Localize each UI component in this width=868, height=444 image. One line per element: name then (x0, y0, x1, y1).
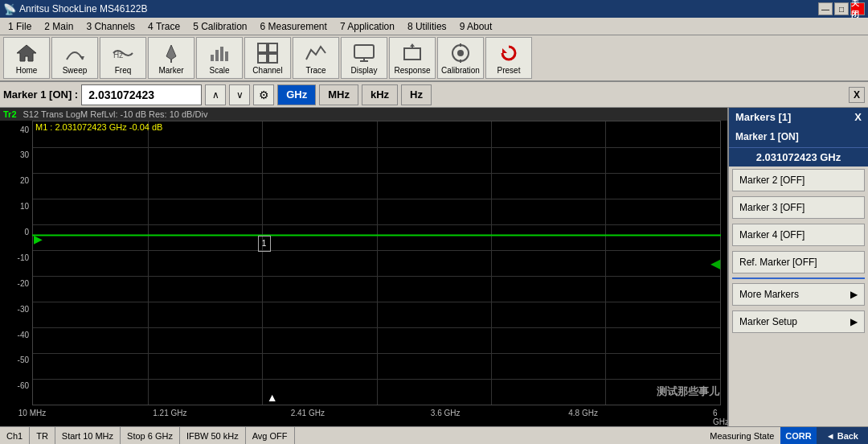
toolbar-preset[interactable]: Preset (485, 37, 532, 79)
x-label-2-41ghz: 2.41 GHz (291, 409, 325, 417)
calibration-icon (449, 42, 472, 64)
marker-up-button[interactable]: ∧ (205, 84, 226, 105)
display-label: Display (351, 66, 378, 75)
panel-ref-marker-button[interactable]: Ref. Marker [OFF] (732, 251, 865, 273)
channel-icon (256, 42, 279, 64)
title-bar-left: 📡 Anritsu ShockLine MS46122B (3, 3, 147, 15)
toolbar-calibration[interactable]: Calibration (437, 37, 484, 79)
x-label-3-6ghz: 3.6 GHz (431, 409, 461, 417)
signal-trace (32, 121, 721, 405)
toolbar-scale[interactable]: Scale (196, 37, 243, 79)
toolbar-marker[interactable]: Marker (148, 37, 194, 79)
menu-channels[interactable]: 3 Channels (80, 19, 141, 34)
menu-file[interactable]: 1 File (2, 19, 38, 34)
title-bar: 📡 Anritsu ShockLine MS46122B — □ 关闭 (0, 0, 868, 18)
panel-marker-setup-button[interactable]: Marker Setup ▶ (732, 310, 865, 333)
svg-rect-10 (258, 54, 267, 63)
svg-point-19 (457, 50, 464, 56)
marker-value-input[interactable]: 2.031072423 (81, 84, 202, 105)
freq-mhz-button[interactable]: MHz (319, 84, 358, 105)
panel-more-markers-button[interactable]: More Markers ▶ (732, 283, 865, 306)
marker-icon (160, 42, 182, 64)
marker-down-button[interactable]: ∨ (229, 84, 250, 105)
toolbar-trace[interactable]: Trace (293, 37, 339, 79)
freq-khz-button[interactable]: kHz (362, 84, 398, 105)
y-label-40: 40 (20, 125, 29, 134)
toolbar-sweep[interactable]: Sweep (51, 37, 98, 79)
svg-rect-15 (404, 48, 420, 60)
panel-active-value: 2.031072423 GHz (729, 147, 868, 166)
watermark: 测试那些事儿 (657, 384, 719, 399)
svg-rect-11 (268, 54, 277, 63)
freq-hz-button[interactable]: Hz (401, 84, 432, 105)
marker-gear-button[interactable]: ⚙ (253, 84, 274, 105)
status-ifbw: IFBW 50 kHz (180, 427, 246, 444)
status-back-button[interactable]: ◄ Back (817, 427, 868, 444)
sweep-icon (63, 42, 86, 64)
y-label-neg20: -20 (18, 278, 29, 287)
y-label-neg60: -60 (18, 381, 29, 390)
svg-rect-4 (211, 55, 214, 61)
y-axis: 40 30 20 10 0 -10 -20 -30 -40 -50 -60 (0, 121, 32, 405)
sweep-label: Sweep (63, 66, 88, 75)
toolbar-channel[interactable]: Channel (244, 37, 291, 79)
menu-calibration[interactable]: 5 Calibration (186, 19, 253, 34)
freq-ghz-button[interactable]: GHz (277, 84, 316, 105)
x-label-10mhz: 10 MHz (18, 409, 46, 417)
toolbar-freq[interactable]: Hz Freq (100, 37, 146, 79)
y-label-neg10: -10 (18, 253, 29, 261)
marker-label: Marker (158, 66, 183, 75)
y-label-neg40: -40 (18, 330, 29, 339)
main-area: Tr2 S12 Trans LogM RefLvl: -10 dB Res: 1… (0, 108, 868, 426)
panel-marker2-button[interactable]: Marker 2 [OFF] (732, 169, 865, 191)
scale-label: Scale (209, 66, 229, 75)
menu-measurement[interactable]: 6 Measurement (254, 19, 334, 34)
panel-active-marker[interactable]: Marker 1 [ON] (729, 126, 868, 147)
status-bar: Ch1 TR Start 10 MHz Stop 6 GHz IFBW 50 k… (0, 426, 868, 444)
display-icon (353, 42, 375, 64)
status-start: Start 10 MHz (55, 427, 121, 444)
toolbar-display[interactable]: Display (341, 37, 387, 79)
status-ch: Ch1 (0, 427, 30, 444)
svg-marker-0 (17, 45, 36, 61)
trace-label: Trace (305, 66, 326, 75)
x-axis: 10 MHz 1.21 GHz 2.41 GHz 3.6 GHz 4.8 GHz… (32, 405, 721, 423)
panel-marker3-button[interactable]: Marker 3 [OFF] (732, 196, 865, 219)
toolbar-response[interactable]: Response (389, 37, 436, 79)
menu-main[interactable]: 2 Main (38, 19, 80, 34)
svg-marker-17 (410, 43, 415, 47)
channel-label: Channel (252, 66, 282, 75)
chart-area[interactable]: Tr2 S12 Trans LogM RefLvl: -10 dB Res: 1… (0, 108, 727, 426)
menu-utilities[interactable]: 8 Utilities (401, 19, 453, 34)
close-button[interactable]: 关闭 (850, 2, 865, 15)
menu-application[interactable]: 7 Application (334, 19, 401, 34)
marker-bar: Marker 1 [ON] : 2.031072423 ∧ ∨ ⚙ GHz MH… (0, 82, 868, 108)
freq-label: Freq (115, 66, 132, 75)
response-icon (401, 42, 424, 64)
toolbar-home[interactable]: Home (3, 37, 50, 79)
status-corr-badge: CORR (780, 427, 816, 444)
menu-about[interactable]: 9 About (453, 19, 499, 34)
svg-rect-12 (354, 45, 374, 58)
chart-header: Tr2 S12 Trans LogM RefLvl: -10 dB Res: 1… (0, 108, 727, 121)
restore-button[interactable]: □ (834, 2, 849, 15)
menu-trace[interactable]: 4 Trace (141, 19, 186, 34)
toolbar: Home Sweep Hz Freq Marker Scale Channel (0, 35, 868, 82)
home-icon (15, 42, 38, 64)
svg-marker-22 (502, 48, 507, 53)
y-label-20: 20 (20, 176, 29, 185)
panel-close-button[interactable]: X (854, 111, 862, 123)
status-stop: Stop 6 GHz (121, 427, 180, 444)
x-label-4-8ghz: 4.8 GHz (568, 409, 598, 417)
status-measuring-label: Measuring State (703, 431, 780, 441)
right-panel: Markers [1] X Marker 1 [ON] 2.031072423 … (727, 108, 868, 426)
minimize-button[interactable]: — (818, 2, 833, 15)
marker-info-text: M1 : 2.031072423 GHz -0.04 dB (35, 122, 162, 132)
y-label-10: 10 (20, 202, 29, 211)
menu-bar: 1 File 2 Main 3 Channels 4 Trace 5 Calib… (0, 18, 868, 35)
y-label-neg30: -30 (18, 304, 29, 313)
panel-marker4-button[interactable]: Marker 4 [OFF] (732, 224, 865, 246)
left-indicator: ▶ (34, 232, 43, 245)
more-markers-arrow-icon: ▶ (850, 289, 858, 300)
marker-bar-close-button[interactable]: X (849, 87, 865, 103)
